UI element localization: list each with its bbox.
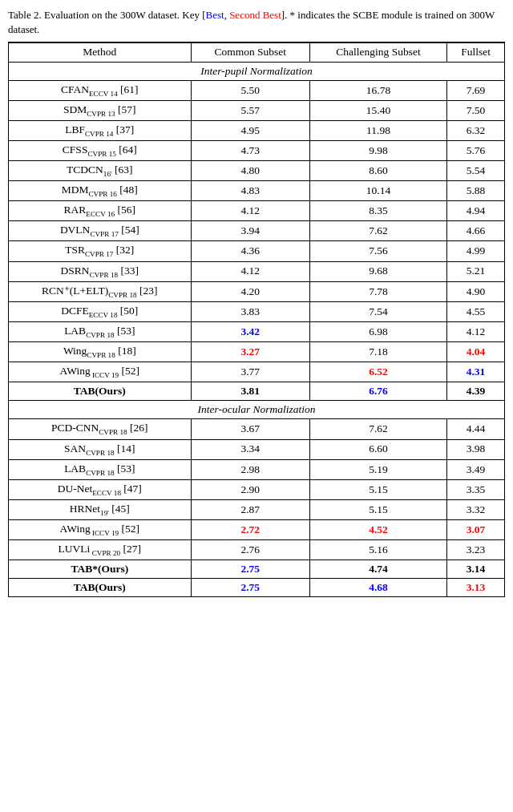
- common-cell: 3.67: [191, 419, 309, 439]
- challenging-cell: 7.56: [309, 241, 446, 261]
- method-cell: TAB*(Ours): [9, 560, 192, 578]
- table-row: PCD-CNNCVPR 18 [26]3.677.624.44: [9, 419, 505, 439]
- challenging-header: Challenging Subset: [309, 42, 446, 62]
- method-cell: LBFCVPR 14 [37]: [9, 120, 192, 140]
- table-row: LBFCVPR 14 [37]4.9511.986.32: [9, 120, 505, 140]
- section-header: Inter-ocular Normalization: [9, 401, 505, 419]
- common-cell: 2.76: [191, 539, 309, 560]
- common-cell: 4.20: [191, 281, 309, 301]
- fullset-cell: 4.66: [447, 221, 505, 241]
- table-row: TAB*(Ours)2.754.743.14: [9, 560, 505, 578]
- common-cell: 4.95: [191, 120, 309, 140]
- method-cell: PCD-CNNCVPR 18 [26]: [9, 419, 192, 439]
- section-header: Inter-pupil Normalization: [9, 62, 505, 80]
- method-cell: RARECCV 16 [56]: [9, 201, 192, 221]
- table-caption: Table 2. Evaluation on the 300W dataset.…: [8, 8, 505, 37]
- fullset-cell: 4.55: [447, 301, 505, 321]
- method-cell: DU-NetECCV 18 [47]: [9, 479, 192, 499]
- fullset-cell: 4.31: [447, 362, 505, 382]
- fullset-cell: 3.23: [447, 539, 505, 560]
- fullset-cell: 4.99: [447, 241, 505, 261]
- results-table: Method Common Subset Challenging Subset …: [8, 42, 505, 597]
- table-row: LABCVPR 18 [53]3.426.984.12: [9, 321, 505, 341]
- challenging-cell: 6.98: [309, 321, 446, 341]
- challenging-cell: 9.98: [309, 141, 446, 161]
- method-cell: CFSSCVPR 15 [64]: [9, 141, 192, 161]
- table-row: CFANECCV 14 [61]5.5016.787.69: [9, 80, 505, 100]
- method-cell: RCN⁺(L+ELT)CVPR 18 [23]: [9, 281, 192, 301]
- fullset-cell: 3.14: [447, 560, 505, 578]
- common-cell: 4.83: [191, 181, 309, 201]
- fullset-header: Fullset: [447, 42, 505, 62]
- method-cell: TSRCVPR 17 [32]: [9, 241, 192, 261]
- fullset-cell: 4.90: [447, 281, 505, 301]
- challenging-cell: 4.74: [309, 560, 446, 578]
- common-cell: 5.57: [191, 100, 309, 120]
- common-cell: 3.34: [191, 439, 309, 459]
- common-cell: 3.77: [191, 362, 309, 382]
- fullset-cell: 5.88: [447, 181, 505, 201]
- method-cell: DVLNCVPR 17 [54]: [9, 221, 192, 241]
- fullset-cell: 4.39: [447, 382, 505, 400]
- table-row: TSRCVPR 17 [32]4.367.564.99: [9, 241, 505, 261]
- common-cell: 2.98: [191, 459, 309, 479]
- challenging-cell: 7.62: [309, 419, 446, 439]
- method-cell: HRNet19' [45]: [9, 499, 192, 519]
- table-row: RARECCV 16 [56]4.128.354.94: [9, 201, 505, 221]
- challenging-cell: 6.60: [309, 439, 446, 459]
- challenging-cell: 5.15: [309, 499, 446, 519]
- common-cell: 4.12: [191, 201, 309, 221]
- table-row: MDMCVPR 16 [48]4.8310.145.88: [9, 181, 505, 201]
- common-cell: 4.12: [191, 261, 309, 281]
- table-row: CFSSCVPR 15 [64]4.739.985.76: [9, 141, 505, 161]
- common-cell: 4.36: [191, 241, 309, 261]
- fullset-cell: 4.12: [447, 321, 505, 341]
- fullset-cell: 4.04: [447, 341, 505, 362]
- method-cell: DSRNCVPR 18 [33]: [9, 261, 192, 281]
- method-cell: TAB(Ours): [9, 579, 192, 597]
- method-cell: LABCVPR 18 [53]: [9, 321, 192, 341]
- challenging-cell: 10.14: [309, 181, 446, 201]
- method-cell: LUVLi CVPR 20 [27]: [9, 539, 192, 560]
- fullset-cell: 3.35: [447, 479, 505, 499]
- challenging-cell: 7.62: [309, 221, 446, 241]
- method-cell: CFANECCV 14 [61]: [9, 80, 192, 100]
- fullset-cell: 4.44: [447, 419, 505, 439]
- common-cell: 2.87: [191, 499, 309, 519]
- method-cell: TCDCN16' [63]: [9, 161, 192, 181]
- table-row: AWing ICCV 19 [52]3.776.524.31: [9, 362, 505, 382]
- challenging-cell: 7.18: [309, 341, 446, 362]
- common-cell: 3.94: [191, 221, 309, 241]
- method-header: Method: [9, 42, 192, 62]
- table-row: HRNet19' [45]2.875.153.32: [9, 499, 505, 519]
- fullset-cell: 3.49: [447, 459, 505, 479]
- fullset-cell: 3.07: [447, 519, 505, 539]
- method-cell: SDMCVPR 13 [57]: [9, 100, 192, 120]
- challenging-cell: 7.78: [309, 281, 446, 301]
- fullset-cell: 7.50: [447, 100, 505, 120]
- challenging-cell: 15.40: [309, 100, 446, 120]
- method-cell: TAB(Ours): [9, 382, 192, 400]
- common-cell: 2.75: [191, 560, 309, 578]
- table-row: SDMCVPR 13 [57]5.5715.407.50: [9, 100, 505, 120]
- common-cell: 2.90: [191, 479, 309, 499]
- fullset-cell: 5.54: [447, 161, 505, 181]
- fullset-cell: 7.69: [447, 80, 505, 100]
- common-cell: 3.81: [191, 382, 309, 400]
- method-cell: WingCVPR 18 [18]: [9, 341, 192, 362]
- challenging-cell: 6.52: [309, 362, 446, 382]
- common-cell: 4.73: [191, 141, 309, 161]
- fullset-cell: 3.32: [447, 499, 505, 519]
- challenging-cell: 5.15: [309, 479, 446, 499]
- common-cell: 2.72: [191, 519, 309, 539]
- common-cell: 4.80: [191, 161, 309, 181]
- table-row: RCN⁺(L+ELT)CVPR 18 [23]4.207.784.90: [9, 281, 505, 301]
- challenging-cell: 7.54: [309, 301, 446, 321]
- challenging-cell: 4.68: [309, 579, 446, 597]
- fullset-cell: 4.94: [447, 201, 505, 221]
- challenging-cell: 5.19: [309, 459, 446, 479]
- method-cell: LABCVPR 18 [53]: [9, 459, 192, 479]
- table-row: LABCVPR 18 [53]2.985.193.49: [9, 459, 505, 479]
- method-cell: AWing ICCV 19 [52]: [9, 519, 192, 539]
- challenging-cell: 8.60: [309, 161, 446, 181]
